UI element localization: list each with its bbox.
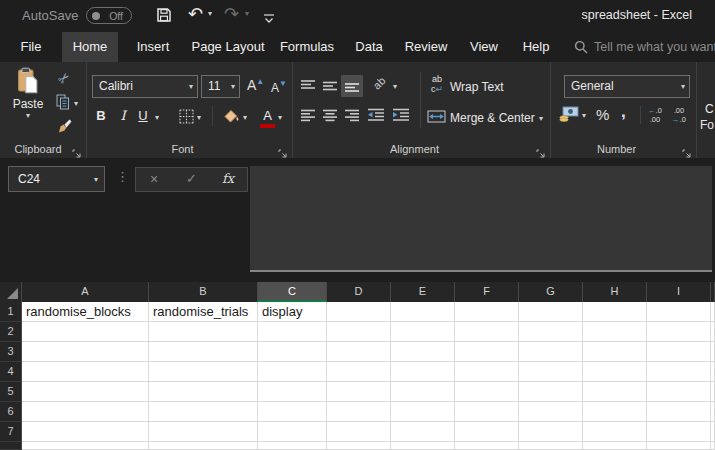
cell-i8[interactable]	[647, 442, 711, 450]
cell-h3[interactable]	[583, 342, 647, 362]
clipboard-dialog-launcher-icon[interactable]	[72, 144, 82, 154]
merge-center-dropdown-icon[interactable]: ▾	[539, 114, 543, 123]
cell-h2[interactable]	[583, 322, 647, 342]
search-icon[interactable]	[574, 40, 588, 58]
cell-c8[interactable]	[258, 442, 327, 450]
cell-b6[interactable]	[149, 402, 258, 422]
cell-b5[interactable]	[149, 382, 258, 402]
cell-a6[interactable]	[22, 402, 149, 422]
cell-c2[interactable]	[258, 322, 327, 342]
row-header-7[interactable]: 7	[0, 422, 22, 442]
cell-g8[interactable]	[519, 442, 583, 450]
column-header-h[interactable]: H	[583, 282, 647, 302]
font-color-button[interactable]: A	[260, 106, 275, 128]
conditional-formatting-partial[interactable]: C	[705, 102, 714, 116]
tab-review[interactable]: Review	[401, 32, 451, 62]
tab-page-layout[interactable]: Page Layout	[188, 32, 268, 62]
cell-d4[interactable]	[327, 362, 391, 382]
row-header-5[interactable]: 5	[0, 382, 22, 402]
fill-color-button[interactable]	[222, 108, 241, 128]
number-format-select[interactable]: General ▾	[564, 75, 690, 98]
redo-icon[interactable]: ↷	[224, 3, 239, 25]
cell-i6[interactable]	[647, 402, 711, 422]
cell-e3[interactable]	[391, 342, 455, 362]
cell-a5[interactable]	[22, 382, 149, 402]
top-align-button[interactable]	[297, 75, 319, 97]
bottom-align-button[interactable]	[341, 75, 363, 97]
cell-g7[interactable]	[519, 422, 583, 442]
cell-a1[interactable]: randomise_blocks	[22, 302, 149, 322]
cell-i7[interactable]	[647, 422, 711, 442]
cell-d3[interactable]	[327, 342, 391, 362]
comma-style-button[interactable]: ,	[621, 102, 626, 122]
cell-f6[interactable]	[455, 402, 519, 422]
cell-c1[interactable]: display	[258, 302, 327, 322]
cell-e5[interactable]	[391, 382, 455, 402]
cell-f7[interactable]	[455, 422, 519, 442]
save-icon[interactable]	[156, 7, 172, 27]
increase-indent-button[interactable]	[392, 108, 410, 126]
cell-h4[interactable]	[583, 362, 647, 382]
percent-style-button[interactable]: %	[596, 106, 609, 123]
tab-home[interactable]: Home	[62, 32, 118, 62]
cell-a7[interactable]	[22, 422, 149, 442]
column-header-i[interactable]: I	[647, 282, 711, 302]
bold-button[interactable]: B	[93, 108, 109, 123]
cell-g6[interactable]	[519, 402, 583, 422]
cell-f2[interactable]	[455, 322, 519, 342]
cell-g1[interactable]	[519, 302, 583, 322]
decrease-indent-button[interactable]	[367, 108, 385, 126]
autosave-toggle[interactable]: Off	[86, 7, 132, 24]
font-size-select[interactable]: 11 ▾	[201, 75, 240, 98]
cell-i5[interactable]	[647, 382, 711, 402]
cell-g4[interactable]	[519, 362, 583, 382]
cell-e1[interactable]	[391, 302, 455, 322]
tab-view[interactable]: View	[465, 32, 503, 62]
insert-function-icon[interactable]: fx	[222, 171, 234, 186]
copy-dropdown-icon[interactable]: ▾	[74, 99, 78, 108]
undo-icon[interactable]: ↶	[188, 3, 203, 25]
orientation-dropdown-icon[interactable]: ▾	[393, 82, 397, 91]
select-all-button[interactable]	[0, 282, 22, 302]
underline-button[interactable]: U	[135, 108, 151, 123]
cell-f5[interactable]	[455, 382, 519, 402]
underline-dropdown-icon[interactable]: ▾	[155, 113, 159, 122]
accounting-dropdown-icon[interactable]: ▾	[582, 111, 586, 120]
formula-input[interactable]	[250, 166, 712, 272]
cell-b7[interactable]	[149, 422, 258, 442]
cell-h6[interactable]	[583, 402, 647, 422]
column-header-c[interactable]: C	[258, 282, 327, 302]
accounting-format-button[interactable]	[559, 106, 579, 126]
tab-formulas[interactable]: Formulas	[279, 32, 335, 62]
number-dialog-launcher-icon[interactable]	[682, 144, 692, 154]
orientation-button[interactable]: ab	[371, 74, 388, 91]
cell-b8[interactable]	[149, 442, 258, 450]
undo-dropdown-icon[interactable]: ▾	[208, 9, 212, 18]
cell-g3[interactable]	[519, 342, 583, 362]
cell-c7[interactable]	[258, 422, 327, 442]
align-left-button[interactable]	[297, 105, 319, 127]
middle-align-button[interactable]	[319, 75, 341, 97]
increase-decimal-button[interactable]: ←.0.00	[644, 106, 666, 124]
wrap-text-button[interactable]: Wrap Text	[450, 80, 504, 94]
formula-bar-grip-icon[interactable]: ⋮	[116, 169, 129, 184]
align-right-button[interactable]	[341, 105, 363, 127]
alignment-dialog-launcher-icon[interactable]	[536, 144, 546, 154]
column-header-g[interactable]: G	[519, 282, 583, 302]
cell-c3[interactable]	[258, 342, 327, 362]
enter-icon[interactable]: ✓	[186, 171, 197, 186]
paste-button[interactable]: Paste ▾	[4, 67, 52, 139]
copy-icon[interactable]	[56, 94, 70, 114]
cut-icon[interactable]: ✂	[54, 68, 74, 88]
row-header-8[interactable]	[0, 442, 22, 450]
cell-h8[interactable]	[583, 442, 647, 450]
cell-h1[interactable]	[583, 302, 647, 322]
cell-d5[interactable]	[327, 382, 391, 402]
tell-me-search[interactable]: Tell me what you want	[594, 32, 715, 62]
cell-a2[interactable]	[22, 322, 149, 342]
cell-g5[interactable]	[519, 382, 583, 402]
font-dialog-launcher-icon[interactable]	[278, 144, 288, 154]
cell-a3[interactable]	[22, 342, 149, 362]
tab-help[interactable]: Help	[517, 32, 555, 62]
increase-font-size-button[interactable]: A▲	[247, 77, 264, 93]
